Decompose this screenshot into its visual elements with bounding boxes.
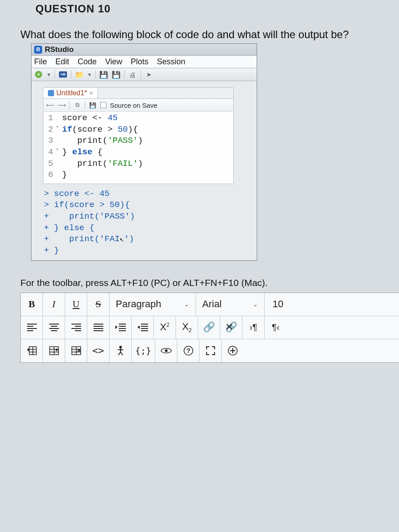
code-text: <- <box>92 113 102 123</box>
fold-icon[interactable]: ▾ <box>56 147 62 158</box>
css-button[interactable]: {;} <box>132 339 155 362</box>
folder-icon: 📁 <box>75 70 84 79</box>
strike-icon: S <box>95 298 101 310</box>
menu-session[interactable]: Session <box>157 57 185 66</box>
strike-button[interactable]: S <box>87 293 110 316</box>
print-button[interactable]: 🖨 <box>128 70 137 79</box>
font-label: Arial <box>202 298 222 310</box>
indent-icon <box>115 323 126 331</box>
paragraph-select[interactable]: Paragraph ⌄ <box>110 293 196 316</box>
size-label: 10 <box>273 298 283 310</box>
floppy-all-icon: 💾 <box>112 70 121 79</box>
link-button[interactable]: 🔗 <box>198 316 220 339</box>
ltr-button[interactable]: ›¶ <box>243 316 265 339</box>
chevron-down-icon[interactable]: ▼ <box>87 72 92 77</box>
subscript-icon: X2 <box>182 321 192 333</box>
font-select[interactable]: Arial ⌄ <box>196 293 265 316</box>
align-center-button[interactable] <box>43 316 65 339</box>
main-toolbar: + ▼ +R 📁 ▼ 💾 💾 🖨 ➤ <box>31 68 257 81</box>
underline-button[interactable]: U <box>65 293 87 316</box>
console-line: > score <- 45 <box>44 188 257 200</box>
insert-table-button[interactable] <box>21 339 43 362</box>
chevron-down-icon: ⌄ <box>184 301 189 308</box>
menu-file[interactable]: File <box>34 57 47 66</box>
menu-plots[interactable]: Plots <box>131 57 149 66</box>
save-button[interactable]: 💾 <box>99 70 108 79</box>
save-all-button[interactable]: 💾 <box>112 70 121 79</box>
floppy-icon: 💾 <box>99 70 108 79</box>
back-button[interactable]: ⟵ <box>46 101 54 109</box>
chevron-down-icon[interactable]: ▼ <box>47 72 51 77</box>
rtl-button[interactable]: ¶‹ <box>265 316 287 339</box>
outdent-icon <box>137 323 148 331</box>
help-button[interactable]: ? <box>177 339 200 362</box>
arrow-icon: ➤ <box>146 71 152 78</box>
cursor-icon: ↖ <box>120 235 124 245</box>
menu-edit[interactable]: Edit <box>55 57 69 66</box>
fullscreen-icon <box>206 346 215 355</box>
line-number: 1 <box>43 113 56 124</box>
console-line: + } else { <box>44 223 257 234</box>
superscript-icon: X2 <box>160 321 169 333</box>
code-editor[interactable]: 1 score <- 45 2▾ if(score > 50){ 3 print… <box>43 112 233 184</box>
tab-label: Untitled1* <box>56 89 87 97</box>
menu-code[interactable]: Code <box>78 57 97 66</box>
menu-view[interactable]: View <box>105 57 122 66</box>
open-file-button[interactable]: 📁 <box>75 70 84 79</box>
show-in-new-window-button[interactable]: ⧉ <box>73 101 81 109</box>
table-row-icon <box>49 346 59 355</box>
fullscreen-button[interactable] <box>200 339 222 362</box>
save-script-button[interactable]: 💾 <box>89 101 97 109</box>
align-justify-button[interactable] <box>87 316 110 339</box>
menubar: File Edit Code View Plots Session <box>31 56 257 68</box>
bold-button[interactable]: B <box>21 293 43 316</box>
outdent-button[interactable] <box>132 316 154 339</box>
align-right-button[interactable] <box>65 316 87 339</box>
css-icon: {;} <box>135 345 151 356</box>
subscript-button[interactable]: X2 <box>176 316 198 339</box>
console-line: + } <box>44 245 257 257</box>
align-center-icon <box>49 323 59 331</box>
titlebar: R RStudio <box>31 44 257 56</box>
table-row-button[interactable] <box>43 339 65 362</box>
help-icon: ? <box>184 346 193 356</box>
console-line: > if(score > 50){ <box>44 200 257 211</box>
underline-icon: U <box>73 298 80 310</box>
unlink-button[interactable]: 🔗✕ <box>220 316 243 339</box>
fold-icon[interactable]: ▾ <box>56 124 62 136</box>
align-left-icon <box>27 323 37 331</box>
indent-button[interactable] <box>110 316 132 339</box>
console-output: > score <- 45 > if(score > 50){ + print(… <box>31 184 257 260</box>
align-left-button[interactable] <box>21 316 43 339</box>
bold-icon: B <box>28 298 35 310</box>
table-plus-icon <box>27 346 37 355</box>
code-text: 'FAIL' <box>108 159 138 168</box>
codeview-button[interactable]: <> <box>87 339 110 362</box>
eye-icon <box>160 347 172 355</box>
size-select[interactable]: 10 <box>265 293 291 316</box>
rstudio-logo-icon: R <box>34 46 42 54</box>
code-text: (score <box>72 125 108 134</box>
new-rscript-button[interactable]: +R <box>59 70 67 79</box>
editor-pane: Untitled1* × ⟵ ⟶ ⧉ 💾 Source on Save 1 sc… <box>43 87 234 184</box>
separator <box>55 70 55 79</box>
more-button[interactable] <box>222 339 244 362</box>
forward-button[interactable]: ⟶ <box>58 101 66 109</box>
source-on-save-checkbox[interactable] <box>100 102 106 108</box>
align-justify-icon <box>94 323 103 331</box>
italic-button[interactable]: I <box>43 293 65 316</box>
code-text: { <box>92 147 102 157</box>
script-icon <box>48 90 54 96</box>
new-file-button[interactable]: + <box>34 70 43 79</box>
superscript-button[interactable]: X2 <box>154 316 176 339</box>
separator <box>69 101 70 110</box>
accessibility-icon <box>116 345 125 356</box>
close-icon[interactable]: × <box>89 90 93 97</box>
preview-button[interactable] <box>155 339 177 362</box>
table-delete-button[interactable] <box>65 339 87 362</box>
go-to-button[interactable]: ➤ <box>145 70 153 79</box>
keyboard-button[interactable] <box>110 339 132 362</box>
editor-tab[interactable]: Untitled1* × <box>43 88 98 98</box>
code-icon: <> <box>92 345 104 356</box>
plus-circle-icon <box>227 345 238 356</box>
